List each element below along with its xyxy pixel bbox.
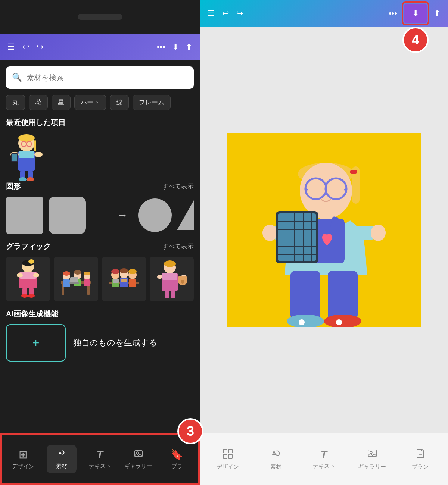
toolbar-left-group: ☰ ↩ ↪ (7, 42, 43, 52)
svg-rect-59 (165, 291, 169, 298)
share-icon-left[interactable]: ⬆ (186, 42, 192, 52)
svg-point-62 (178, 276, 183, 280)
svg-rect-103 (223, 454, 227, 458)
right-bottom-nav: デザイン 素材 T テキスト ギャラリー (200, 433, 448, 485)
tag-line[interactable]: 線 (110, 95, 129, 110)
graphic-4-svg (155, 259, 189, 300)
graphic-item-1[interactable] (6, 257, 50, 301)
graphic-item-2[interactable] (54, 257, 98, 301)
nav-item-text[interactable]: T テキスト (85, 445, 115, 473)
nav-item-design[interactable]: ⊞ デザイン (8, 445, 38, 474)
right-plan-label: プラン (412, 463, 429, 470)
right-toolbar-right: ••• ⬇ 4 ⬆ (389, 4, 441, 23)
recent-title: 最近使用した項目 (6, 118, 66, 128)
svg-rect-39 (70, 277, 78, 282)
material-nav-label: 素材 (56, 463, 67, 470)
right-nav-text[interactable]: T テキスト (309, 448, 339, 470)
right-nav-design[interactable]: デザイン (213, 448, 243, 470)
shapes-section-header: 図形 すべて表示 (6, 181, 194, 191)
gallery-icon-svg (133, 449, 144, 458)
graphics-title: グラフィック (6, 241, 51, 251)
material-nav-icon (56, 448, 67, 460)
nav-item-plus[interactable]: 🔖 プラ (162, 445, 192, 474)
svg-rect-81 (328, 271, 358, 319)
graphic-3-svg (107, 259, 141, 300)
design-nav-icon: ⊞ (19, 448, 27, 461)
svg-rect-57 (157, 275, 162, 279)
text-nav-icon: T (97, 448, 103, 460)
svg-rect-6 (34, 152, 43, 157)
svg-rect-104 (228, 454, 232, 458)
right-nav-material[interactable]: 素材 (261, 448, 291, 470)
download-icon-left[interactable]: ⬇ (172, 42, 179, 52)
svg-point-12 (27, 177, 34, 181)
svg-rect-8 (12, 154, 17, 161)
right-gallery-label: ギャラリー (358, 463, 386, 470)
svg-line-75 (344, 189, 346, 190)
shapes-row: ——→ (6, 197, 194, 234)
svg-rect-52 (121, 279, 127, 282)
canvas-artwork[interactable] (227, 133, 421, 327)
graphic-item-3[interactable] (102, 257, 146, 301)
download-button[interactable]: ⬇ (404, 4, 427, 23)
shape-rounded-rect[interactable] (49, 197, 86, 234)
ai-section-header: AI画像生成機能 (6, 309, 194, 319)
right-text-icon: T (321, 448, 327, 460)
svg-rect-91 (278, 213, 316, 261)
right-canvas (200, 27, 448, 433)
graphics-section-header: グラフィック すべて表示 (6, 241, 194, 251)
download-highlight-container: ⬇ 4 (404, 4, 427, 23)
ai-title: AI画像生成機能 (6, 309, 58, 319)
tag-maru[interactable]: 丸 (6, 95, 25, 110)
svg-point-43 (111, 269, 119, 274)
search-input[interactable] (27, 73, 188, 82)
right-more-icon[interactable]: ••• (389, 9, 397, 18)
right-menu-icon[interactable]: ☰ (207, 9, 215, 18)
toolbar-right-group: ••• ⬇ ⬆ (157, 42, 192, 52)
shapes-show-all[interactable]: すべて表示 (162, 182, 194, 191)
tag-hana[interactable]: 花 (29, 95, 48, 110)
right-nav-gallery[interactable]: ギャラリー (357, 448, 387, 470)
gallery-nav-icon (133, 448, 144, 460)
plus-nav-label: プラ (171, 463, 183, 470)
right-plan-svg (415, 448, 426, 459)
ai-generate-label: 独自のものを生成する (73, 337, 158, 348)
left-toolbar: ☰ ↩ ↪ ••• ⬇ ⬆ (0, 34, 200, 60)
svg-point-85 (336, 319, 342, 325)
svg-rect-60 (171, 291, 175, 298)
right-redo-icon[interactable]: ↪ (236, 9, 243, 18)
undo-icon[interactable]: ↩ (22, 42, 29, 52)
shape-triangle[interactable] (177, 200, 194, 230)
tag-heart[interactable]: ハート (74, 95, 106, 110)
nav-item-gallery[interactable]: ギャラリー (124, 445, 153, 473)
redo-icon[interactable]: ↪ (37, 42, 43, 52)
ai-plus-icon: + (32, 336, 40, 350)
right-undo-icon[interactable]: ↩ (222, 9, 229, 18)
ai-generate-button[interactable]: + (6, 324, 66, 362)
svg-rect-102 (228, 449, 232, 453)
search-icon: 🔍 (12, 73, 22, 82)
nav-item-material[interactable]: 素材 (47, 445, 77, 473)
tag-frame[interactable]: フレーム (133, 95, 171, 110)
tag-hoshi[interactable]: 星 (52, 95, 71, 110)
svg-rect-51 (113, 279, 119, 283)
svg-rect-2 (34, 140, 36, 151)
recent-item[interactable] (6, 133, 47, 181)
right-nav-plan[interactable]: プラン (405, 448, 435, 470)
right-share-icon[interactable]: ⬆ (434, 9, 441, 18)
graphics-show-all[interactable]: すべて表示 (162, 242, 194, 251)
svg-point-24 (21, 294, 28, 298)
arrow-icon: ——→ (91, 209, 133, 221)
svg-point-87 (262, 225, 277, 241)
shape-square[interactable] (6, 197, 43, 234)
shape-circle[interactable] (138, 198, 172, 232)
more-icon[interactable]: ••• (157, 42, 165, 52)
search-bar[interactable]: 🔍 (6, 66, 194, 89)
menu-icon[interactable]: ☰ (7, 42, 15, 52)
svg-point-1 (18, 134, 35, 142)
graphic-item-4[interactable] (150, 257, 194, 301)
right-material-svg (270, 448, 281, 459)
svg-rect-38 (84, 279, 90, 286)
right-gallery-svg (367, 448, 378, 459)
svg-rect-4 (19, 151, 34, 158)
